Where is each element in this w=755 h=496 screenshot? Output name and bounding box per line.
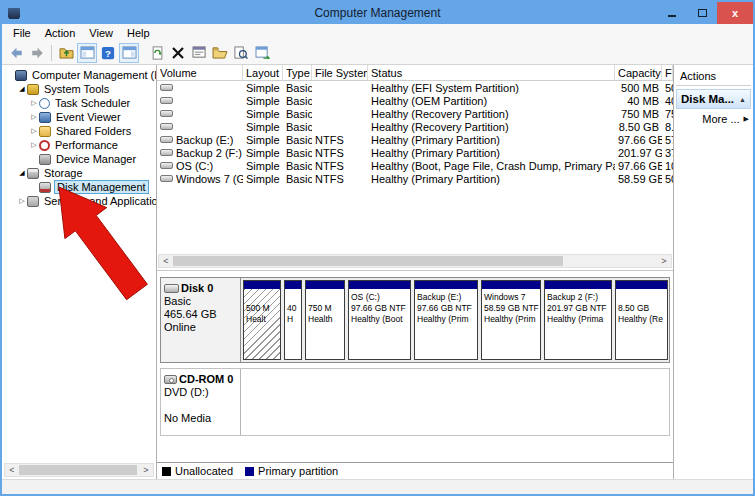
up-one-level-icon[interactable] — [56, 43, 76, 63]
partition-label-line: 40 — [287, 303, 299, 314]
menu-action[interactable]: Action — [38, 26, 83, 40]
partition-40[interactable]: 40H — [284, 280, 302, 360]
actions-more-item[interactable]: More ... ▶ — [676, 109, 751, 125]
sidebar-item-task-scheduler[interactable]: ▷Task Scheduler — [2, 96, 156, 110]
column-header-layout[interactable]: Layout — [243, 65, 283, 80]
sidebar-item-performance[interactable]: ▷Performance — [2, 138, 156, 152]
expander-expanded-icon[interactable]: ◢ — [17, 169, 27, 177]
column-header-type[interactable]: Type — [283, 65, 312, 80]
volume-icon — [160, 123, 173, 130]
expander-collapsed-icon[interactable]: ▷ — [17, 197, 27, 205]
partition-8-50-gb[interactable]: 8.50 GBHealthy (Re — [615, 280, 668, 360]
minimize-button[interactable] — [657, 2, 687, 24]
sidebar-item-event-viewer[interactable]: ▷Event Viewer — [2, 110, 156, 124]
partition-label-line: 500 M — [246, 303, 278, 314]
tree-item-label: Task Scheduler — [53, 97, 132, 109]
scroll-right-icon[interactable]: > — [657, 256, 671, 266]
graphical-view: Disk 0 Basic 465.64 GB Online 500 MHealt… — [157, 271, 673, 479]
tree-horizontal-scrollbar[interactable]: < > — [4, 463, 154, 477]
menu-help[interactable]: Help — [120, 26, 157, 40]
scrollbar-thumb[interactable] — [173, 256, 563, 266]
partition-type-bar — [349, 281, 410, 289]
volume-icon — [160, 162, 173, 169]
maximize-button[interactable] — [687, 2, 717, 24]
column-header-capacity[interactable]: Capacity — [615, 65, 662, 80]
close-button[interactable]: x — [717, 2, 753, 24]
show-action-pane-icon[interactable] — [119, 43, 139, 63]
volume-name-cell: OS (C:) — [157, 160, 243, 172]
sidebar-item-device-manager[interactable]: Device Manager — [2, 152, 156, 166]
file-system-cell: NTFS — [312, 160, 368, 172]
column-header-free[interactable]: Free — [662, 65, 673, 80]
refresh-icon[interactable] — [147, 43, 167, 63]
sidebar-item-disk-management[interactable]: Disk Management — [2, 180, 156, 194]
properties-icon[interactable] — [189, 43, 209, 63]
expander-collapsed-icon[interactable]: ▷ — [29, 99, 39, 107]
partition-500-m[interactable]: 500 MHealt — [243, 280, 281, 360]
partition-label: Windows 758.59 GB NTFHealthy (Prim — [482, 289, 540, 359]
forward-icon[interactable] — [27, 43, 47, 63]
volume-row[interactable]: OS (C:)SimpleBasicNTFSHealthy (Boot, Pag… — [157, 159, 673, 172]
partition-backup-2-f[interactable]: Backup 2 (F:)201.97 GB NTFHealthy (Prima — [544, 280, 612, 360]
volume-row[interactable]: SimpleBasicHealthy (Recovery Partition)7… — [157, 107, 673, 120]
sidebar-item-system-tools[interactable]: ◢System Tools — [2, 82, 156, 96]
cdrom0-info[interactable]: CD-ROM 0 DVD (D:) No Media — [161, 369, 241, 435]
delete-icon[interactable] — [168, 43, 188, 63]
show-console-tree-icon[interactable] — [77, 43, 97, 63]
partition-os-c[interactable]: OS (C:)97.66 GB NTFHealthy (Boot — [348, 280, 411, 360]
expander-expanded-icon[interactable]: ◢ — [17, 85, 27, 93]
menu-bar: FileActionViewHelp — [2, 24, 753, 41]
volume-row[interactable]: SimpleBasicHealthy (EFI System Partition… — [157, 81, 673, 94]
column-header-volume[interactable]: Volume — [157, 65, 243, 80]
volume-row[interactable]: Backup (E:)SimpleBasicNTFSHealthy (Prima… — [157, 133, 673, 146]
status-cell: Healthy (OEM Partition) — [368, 95, 615, 107]
volume-row[interactable]: SimpleBasicHealthy (Recovery Partition)8… — [157, 120, 673, 133]
toolbar-separator — [51, 45, 52, 61]
partition-label-line: OS (C:) — [351, 292, 408, 303]
volume-name-cell: Windows 7 (G:) — [157, 173, 243, 185]
volume-row[interactable]: SimpleBasicHealthy (OEM Partition)40 MB4… — [157, 94, 673, 107]
computer-icon — [15, 70, 27, 81]
console-tree-panel: Computer Management (Local◢System Tools▷… — [2, 65, 157, 479]
disk-management-pane: VolumeLayoutTypeFile SystemStatusCapacit… — [157, 65, 674, 479]
partition-label-line — [308, 292, 342, 303]
partition-type-bar — [415, 281, 477, 289]
disk0-info[interactable]: Disk 0 Basic 465.64 GB Online — [161, 278, 241, 362]
back-icon[interactable] — [6, 43, 26, 63]
partition-type-bar — [285, 281, 301, 289]
scrollbar-thumb[interactable] — [19, 465, 137, 475]
layout-cell: Simple — [243, 160, 283, 172]
expander-collapsed-icon[interactable]: ▷ — [29, 113, 39, 121]
menu-view[interactable]: View — [82, 26, 120, 40]
volume-name-cell: Backup (E:) — [157, 134, 243, 146]
volume-row[interactable]: Windows 7 (G:)SimpleBasicNTFSHealthy (Pr… — [157, 172, 673, 185]
tree-item-label: Performance — [53, 139, 120, 151]
menu-file[interactable]: File — [6, 26, 38, 40]
scroll-left-icon[interactable]: < — [5, 465, 19, 475]
export-icon[interactable] — [252, 43, 272, 63]
capacity-cell: 8.50 GB — [615, 121, 662, 133]
partition-750-m[interactable]: 750 MHealth — [305, 280, 345, 360]
partition-backup-e[interactable]: Backup (E:)97.66 GB NTFHealthy (Prim — [414, 280, 478, 360]
collapse-section-icon[interactable]: ▲ — [739, 96, 746, 103]
volume-row[interactable]: Backup 2 (F:)SimpleBasicNTFSHealthy (Pri… — [157, 146, 673, 159]
sidebar-item-services-and-applications[interactable]: ▷Services and Applications — [2, 194, 156, 208]
open-icon[interactable] — [210, 43, 230, 63]
expander-collapsed-icon[interactable]: ▷ — [29, 141, 39, 149]
column-header-file-system[interactable]: File System — [312, 65, 368, 80]
actions-title: Actions — [676, 68, 751, 86]
help-icon[interactable]: ? — [98, 43, 118, 63]
expander-collapsed-icon[interactable]: ▷ — [29, 127, 39, 135]
partition-windows-7[interactable]: Windows 758.59 GB NTFHealthy (Prim — [481, 280, 541, 360]
actions-section-disk-management[interactable]: Disk Ma... ▲ — [676, 89, 751, 109]
disk0-name: Disk 0 — [181, 282, 213, 295]
scroll-right-icon[interactable]: > — [139, 465, 153, 475]
sidebar-item-storage[interactable]: ◢Storage — [2, 166, 156, 180]
sidebar-item-shared-folders[interactable]: ▷Shared Folders — [2, 124, 156, 138]
titlebar: Computer Management x — [2, 2, 753, 24]
column-header-status[interactable]: Status — [368, 65, 615, 80]
volume-list-horizontal-scrollbar[interactable]: < > — [158, 254, 672, 268]
scroll-left-icon[interactable]: < — [159, 256, 173, 266]
preview-icon[interactable] — [231, 43, 251, 63]
sidebar-item-computer-management-local[interactable]: Computer Management (Local — [2, 68, 156, 82]
